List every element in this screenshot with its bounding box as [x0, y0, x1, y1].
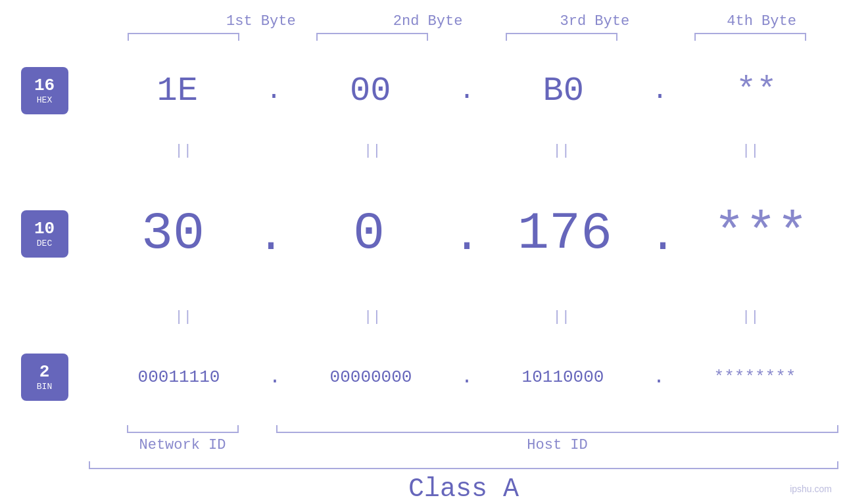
- hex-byte-2: 00: [350, 72, 391, 110]
- dec-badge: 10 DEC: [21, 210, 68, 258]
- hex-byte-3: B0: [543, 72, 584, 110]
- bin-byte-2: 00000000: [330, 367, 412, 387]
- hex-byte-1-cell: 1E: [89, 72, 266, 110]
- eq-sign-1-3: ||: [553, 143, 570, 159]
- byte-header-3: 3rd Byte: [512, 13, 679, 30]
- bottom-brackets: [89, 424, 838, 433]
- dec-byte-4-cell: ***: [677, 204, 845, 263]
- eq-2-4: ||: [656, 309, 846, 325]
- dec-byte-3-cell: 176: [481, 204, 649, 263]
- bin-byte-2-cell: 00000000: [281, 367, 461, 387]
- dec-byte-4: ***: [713, 204, 808, 263]
- dec-badge-cell: 10 DEC: [0, 164, 89, 304]
- hex-badge: 16 HEX: [21, 67, 68, 114]
- hex-dot-1: .: [266, 76, 281, 106]
- bottom-section: Network ID Host ID Class A: [0, 424, 845, 504]
- network-id-cell: Network ID: [89, 437, 276, 453]
- header-row: 1st Byte 2nd Byte 3rd Byte 4th Byte: [0, 0, 845, 30]
- bottom-bracket-1: [89, 425, 276, 433]
- eq-sign-1-4: ||: [742, 143, 759, 159]
- host-id-label: Host ID: [527, 437, 587, 453]
- dec-byte-1: 30: [141, 204, 205, 263]
- full-bottom-bracket: [89, 461, 838, 469]
- dec-dot-2: .: [453, 211, 481, 263]
- eq-sign-2-2: ||: [364, 309, 381, 325]
- hex-byte-1: 1E: [157, 72, 198, 110]
- bottom-bracket-line-host: [276, 425, 838, 433]
- dec-byte-2: 0: [353, 204, 385, 263]
- bin-values: 00011110 . 00000000 . 10110000 . *******…: [89, 331, 845, 424]
- eq-1-2: ||: [278, 143, 468, 159]
- class-label-cell: Class A: [89, 474, 838, 504]
- bottom-bracket-host-container: [276, 425, 838, 433]
- bracket-cell-3: [467, 33, 656, 41]
- bin-section: 2 BIN 00011110 . 00000000 . 10110000 .: [0, 331, 845, 424]
- eq-1-4: ||: [656, 143, 846, 159]
- network-id-label: Network ID: [139, 437, 226, 453]
- eq-1-3: ||: [467, 143, 656, 159]
- hex-byte-3-cell: B0: [475, 72, 652, 110]
- bin-byte-4-cell: ********: [665, 367, 845, 387]
- bin-byte-3: 10110000: [522, 367, 604, 387]
- bin-badge-label: BIN: [37, 382, 52, 392]
- bin-badge-number: 2: [39, 363, 50, 382]
- eq-sign-1-2: ||: [364, 143, 381, 159]
- dec-values: 30 . 0 . 176 . ***: [89, 164, 845, 304]
- id-labels-row: Network ID Host ID: [89, 437, 838, 453]
- hex-dot-3: .: [652, 76, 667, 106]
- byte-header-1: 1st Byte: [178, 13, 345, 30]
- top-bracket-1: [128, 33, 239, 41]
- bin-dot-3: .: [653, 366, 665, 388]
- bin-badge: 2 BIN: [21, 354, 68, 401]
- top-bracket-2: [316, 33, 428, 41]
- content-area: 16 HEX 1E . 00 . B0 . **: [0, 44, 845, 424]
- bin-byte-1: 00011110: [138, 367, 220, 387]
- main-container: 1st Byte 2nd Byte 3rd Byte 4th Byte 16 H…: [0, 0, 845, 504]
- eq-sign-2-4: ||: [742, 309, 759, 325]
- host-id-cell: Host ID: [276, 437, 838, 453]
- byte-header-4: 4th Byte: [678, 13, 845, 30]
- dec-badge-number: 10: [34, 219, 55, 239]
- dec-byte-1-cell: 30: [89, 204, 257, 263]
- hex-byte-2-cell: 00: [282, 72, 459, 110]
- hex-badge-number: 16: [34, 76, 55, 95]
- eq-2-2: ||: [278, 309, 468, 325]
- hex-section: 16 HEX 1E . 00 . B0 . **: [0, 44, 845, 137]
- eq-2-1: ||: [89, 309, 278, 325]
- spacer: [89, 13, 178, 30]
- bracket-cell-4: [656, 33, 846, 41]
- bin-byte-1-cell: 00011110: [89, 367, 269, 387]
- eq-2-3: ||: [467, 309, 656, 325]
- dec-badge-label: DEC: [37, 239, 52, 248]
- bin-dot-2: .: [461, 366, 473, 388]
- equals-row-1: || || || ||: [0, 137, 845, 164]
- bin-badge-cell: 2 BIN: [0, 331, 89, 424]
- bin-byte-3-cell: 10110000: [473, 367, 653, 387]
- hex-values: 1E . 00 . B0 . **: [89, 44, 845, 137]
- class-label: Class A: [408, 474, 519, 504]
- bracket-cell-1: [89, 33, 278, 41]
- watermark: ipshu.com: [790, 484, 832, 494]
- dec-byte-3: 176: [518, 204, 612, 263]
- dec-byte-2-cell: 0: [285, 204, 453, 263]
- eq-sign-2-3: ||: [553, 309, 570, 325]
- eq-sign-2-1: ||: [175, 309, 192, 325]
- bottom-bracket-line-1: [127, 425, 239, 433]
- eq-1-1: ||: [89, 143, 278, 159]
- dec-dot-1: .: [257, 211, 285, 263]
- eq-sign-1-1: ||: [175, 143, 192, 159]
- hex-byte-4-cell: **: [668, 72, 845, 110]
- dec-section: 10 DEC 30 . 0 . 176 . ***: [0, 164, 845, 304]
- dec-dot-3: .: [649, 211, 677, 263]
- bin-byte-4: ********: [714, 367, 796, 387]
- hex-dot-2: .: [459, 76, 475, 106]
- hex-byte-4: **: [736, 72, 777, 110]
- bin-dot-1: .: [269, 366, 281, 388]
- byte-header-2: 2nd Byte: [345, 13, 512, 30]
- top-bracket-4: [694, 33, 806, 41]
- top-bracket-row: [0, 33, 845, 41]
- hex-badge-cell: 16 HEX: [0, 44, 89, 137]
- top-bracket-3: [506, 33, 617, 41]
- hex-badge-label: HEX: [37, 95, 52, 105]
- equals-row-2: || || || ||: [0, 304, 845, 331]
